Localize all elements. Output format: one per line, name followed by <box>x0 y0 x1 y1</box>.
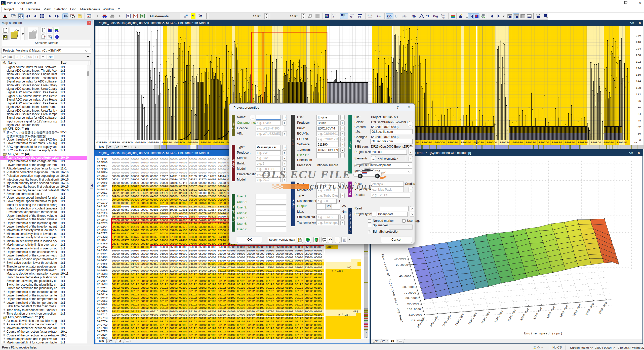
svg-text:*1: *1 <box>426 14 429 18</box>
svg-text:8: 8 <box>333 16 334 19</box>
svg-text:444: 444 <box>402 17 406 19</box>
svg-text:2100.000: 2100.000 <box>585 302 595 316</box>
svg-text:20.0000: 20.0000 <box>396 263 408 267</box>
svg-text:2200.000: 2200.000 <box>598 301 608 315</box>
svg-text:?: ? <box>200 14 202 18</box>
svg-text:32: 32 <box>350 16 353 19</box>
svg-text:1900.000: 1900.000 <box>559 305 569 318</box>
svg-text:F: F <box>483 17 484 18</box>
svg-text:2000.000: 2000.000 <box>572 304 582 317</box>
svg-text:100.0000: 100.0000 <box>407 308 421 311</box>
svg-text:70.0000: 70.0000 <box>404 291 416 294</box>
svg-text:1100.000: 1100.000 <box>454 313 464 327</box>
svg-text:1400.000: 1400.000 <box>494 310 504 324</box>
svg-text:80.0000: 80.0000 <box>406 296 418 300</box>
svg-text:1200.000: 1200.000 <box>467 312 477 326</box>
svg-text:Org: Org <box>441 16 445 19</box>
svg-text:Engine speed (rpm): Engine speed (rpm) <box>524 332 562 335</box>
svg-text:F1.: F1. <box>358 16 363 19</box>
svg-text:F: F <box>127 14 129 18</box>
svg-text:Org: Org <box>433 15 438 18</box>
svg-text:110.0000: 110.0000 <box>409 313 422 316</box>
svg-text:900.000: 900.000 <box>429 315 439 327</box>
svg-text:+/-: +/- <box>377 14 381 18</box>
svg-text:60.0000: 60.0000 <box>403 285 415 289</box>
svg-text:%: % <box>412 14 416 18</box>
svg-text:V: V <box>134 14 137 18</box>
svg-text:P: P <box>141 14 143 18</box>
svg-text:HI LO: HI LO <box>367 16 372 18</box>
svg-text:10.0000: 10.0000 <box>394 257 406 260</box>
svg-text:1800.000: 1800.000 <box>546 306 556 319</box>
svg-text:EE: EE <box>395 17 398 19</box>
svg-text:800.000: 800.000 <box>416 316 426 328</box>
svg-text:1700.000: 1700.000 <box>533 307 543 320</box>
svg-text:1500.000: 1500.000 <box>507 309 517 323</box>
svg-text:SEE: SEE <box>387 17 391 19</box>
svg-text:1600.000: 1600.000 <box>519 308 530 321</box>
svg-text:1000.000: 1000.000 <box>441 314 452 328</box>
svg-text:1300.000: 1300.000 <box>480 311 491 325</box>
svg-text:90.0000: 90.0000 <box>407 302 419 305</box>
svg-text:16: 16 <box>341 16 344 19</box>
svg-text:40.0000: 40.0000 <box>399 275 411 278</box>
